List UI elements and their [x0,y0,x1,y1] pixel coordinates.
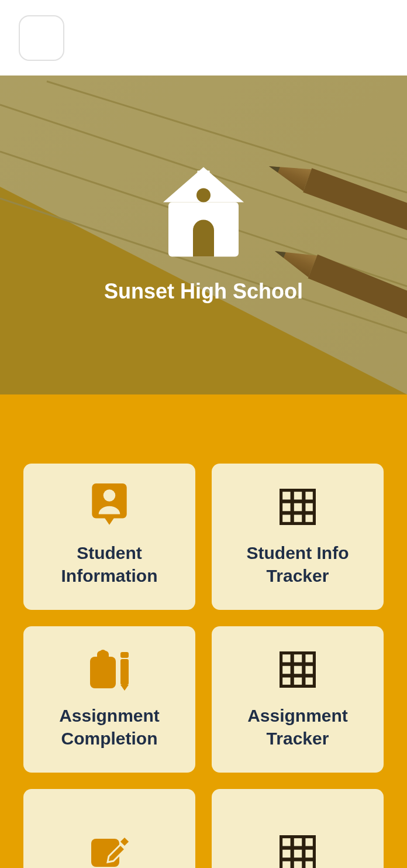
svg-marker-28 [120,685,129,691]
card-title: Assignment Tracker [223,704,372,750]
grid-icon [280,486,316,527]
card-partial-right[interactable] [212,789,384,868]
svg-rect-39 [281,836,315,868]
edit-square-icon [89,833,130,868]
card-student-info-tracker[interactable]: Student Info Tracker [212,464,384,610]
card-title: Student Info Tracker [223,541,372,587]
svg-marker-17 [104,517,115,525]
menu-button[interactable] [19,15,64,61]
svg-rect-27 [120,659,129,685]
svg-point-26 [99,650,106,657]
card-assignment-tracker[interactable]: Assignment Tracker [212,626,384,773]
person-pin-icon [89,486,130,527]
card-grid: Student Information Student Info Tracker [23,464,384,868]
card-student-information[interactable]: Student Information [23,464,195,610]
top-bar [0,0,407,76]
svg-point-15 [196,188,211,202]
hero-banner: Sunset High School [0,76,407,394]
card-title: Assignment Completion [35,704,184,750]
cards-section: Student Information Student Info Tracker [0,394,407,868]
svg-rect-24 [90,657,116,688]
card-title: Student Information [35,541,184,587]
hero-content: Sunset High School [0,76,407,394]
school-title: Sunset High School [104,279,303,304]
card-assignment-completion[interactable]: Assignment Completion [23,626,195,773]
svg-rect-30 [281,653,315,687]
svg-rect-29 [120,652,129,658]
svg-rect-19 [281,490,315,524]
school-icon [160,167,247,263]
svg-rect-13 [198,170,210,188]
grid-icon [280,649,316,690]
grid-icon [280,833,316,868]
clipboard-pencil-icon [87,649,132,690]
card-partial-left[interactable] [23,789,195,868]
svg-point-18 [104,489,116,502]
